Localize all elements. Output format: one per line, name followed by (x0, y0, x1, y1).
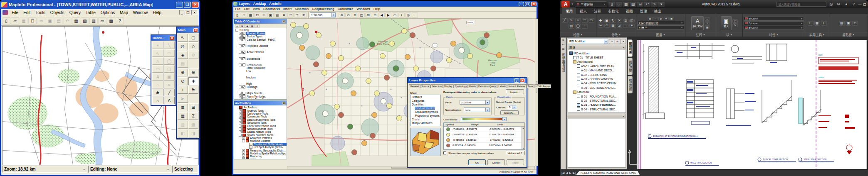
status-dropdown-icon[interactable]: ▲ (83, 168, 85, 171)
sheet-row[interactable]: IRD Addition (568, 51, 626, 55)
toolbox-label[interactable]: Spatial Statistics Tools (247, 134, 274, 137)
tree-expander-icon[interactable] (239, 130, 242, 133)
toolbox-label[interactable]: Hot Spot Analysis (Getis-Ord Gi*) (253, 146, 287, 149)
menu-item[interactable]: Edit (242, 7, 251, 11)
tree-expander-icon[interactable] (239, 95, 242, 98)
clip-region-on-icon[interactable]: ◧ (178, 130, 188, 137)
sheets-section-header[interactable]: 图纸▲ (568, 45, 626, 49)
toolbox-label[interactable]: Geocoding Tools (247, 121, 267, 124)
toolbox-row[interactable]: Rendering (234, 155, 287, 158)
layer-row[interactable]: Low (234, 70, 287, 73)
class-label[interactable]: -0.459263 - 0.825613 (489, 139, 513, 141)
layer-checkbox[interactable] (242, 35, 245, 38)
workspace-combo[interactable]: ⚙三维建模▼ (575, 1, 607, 7)
table-header[interactable]: Symbol (444, 123, 470, 126)
panel-label[interactable]: 绘图▼ (560, 32, 596, 37)
show-list-item[interactable]: Quantities (411, 103, 440, 106)
toolbox-row[interactable]: Cartography Tools (234, 112, 287, 115)
menu-item[interactable]: Window (131, 10, 151, 15)
quickcalc-icon[interactable]: ▦ (814, 21, 820, 26)
menu-item[interactable]: Objects (48, 10, 67, 15)
layer-properties-icon[interactable]: ▤ (648, 17, 653, 20)
layer-label[interactable]: Routing (239, 29, 249, 32)
menu-item[interactable]: Options (98, 10, 117, 15)
show-class-ranges-checkbox[interactable]: Show class ranges using feature values (443, 152, 494, 154)
ribbon-tab[interactable]: 输出 (651, 7, 665, 14)
measure-icon[interactable]: ∟ (412, 12, 418, 18)
os-maximize-icon[interactable]: ▢ (863, 2, 866, 6)
layer-row[interactable] (234, 60, 287, 64)
class-symbol-swatch[interactable] (446, 144, 450, 147)
help-icon[interactable]: ? (514, 78, 519, 83)
new-map-icon[interactable]: ▯ (234, 12, 240, 18)
toolbox-row[interactable]: Utilities (234, 158, 287, 159)
ribbon-tab[interactable]: 视图 (623, 7, 636, 14)
tree-expander-icon[interactable] (239, 57, 242, 60)
toc-options-icon[interactable]: ≡ (255, 24, 260, 28)
scale-combo[interactable]: 1:10,000▼ (310, 12, 336, 17)
menu-item[interactable]: View (251, 7, 262, 11)
statistics-icon[interactable]: Σ (188, 112, 199, 120)
tree-expander-icon[interactable] (235, 29, 238, 32)
class-row[interactable]: 0.825614 - 3.040886 0.825614 - 3.040886 (444, 143, 524, 148)
drag-map-window-icon[interactable]: ☞ (178, 95, 188, 103)
apply-button[interactable]: Apply (507, 159, 524, 165)
clip-region-off-icon[interactable]: ◨ (188, 130, 199, 137)
layer-row[interactable]: Major Streets (234, 92, 287, 95)
table-scrollbar[interactable]: ▲▼ (522, 127, 524, 149)
show-list-item[interactable]: Features (411, 95, 440, 99)
back-extent-icon[interactable]: ◀ (378, 12, 385, 18)
toolbox-row[interactable]: Geocoding Tools (234, 121, 287, 124)
toolbox-row[interactable]: Data Management Tools (234, 118, 287, 121)
select-tool-icon[interactable]: ↖ (178, 34, 188, 42)
select-features-icon[interactable]: ▭ (392, 12, 398, 18)
dialog-tab[interactable]: Source (420, 84, 430, 88)
erase-icon[interactable]: ✕ (617, 19, 622, 23)
status-dropdown-icon[interactable]: ▲ (167, 168, 169, 171)
menu-item[interactable]: File (9, 10, 21, 15)
copy-icon[interactable]: ▣ (267, 12, 274, 18)
new-table-icon[interactable]: ▯ (2, 17, 10, 24)
ok-button[interactable]: OK (468, 159, 486, 165)
close-icon[interactable]: ✕ (520, 78, 525, 83)
maximize-button[interactable]: ❐ (184, 2, 191, 8)
frame-tool-icon[interactable]: ▣ (164, 73, 175, 81)
palette-titlebar[interactable]: ✕ ⊷ ▤ 图纸集管理器 (561, 37, 566, 169)
panel-label[interactable]: 修改▼ (596, 32, 636, 37)
symbol-style-icon[interactable]: ✱ (152, 89, 163, 96)
layout-canvas[interactable]: ELEVATION AT EXISTING FOUNDATION WALL WA… (637, 40, 867, 169)
table-header[interactable]: Range (470, 123, 495, 126)
normalization-combo[interactable]: none▼ (464, 108, 490, 112)
mapinfo-app-icon[interactable] (2, 10, 8, 15)
checkbox-icon[interactable] (443, 152, 446, 154)
insert-block-button[interactable]: ▣插入 (721, 16, 732, 30)
tree-expander-icon[interactable] (239, 134, 242, 137)
table-header[interactable]: Label (495, 123, 521, 126)
arcmap-titlebar[interactable]: Layers - ArcMap - ArcInfo _ ❐ ✕ (232, 1, 538, 7)
new-mapper-icon[interactable]: ▧ (81, 17, 89, 24)
layer-checkbox[interactable] (242, 64, 245, 66)
add-data-icon[interactable]: ✚ (301, 12, 307, 18)
dialog-tab[interactable]: Time (527, 84, 534, 88)
ribbon-tab[interactable]: 常用 (562, 7, 576, 14)
autohide-icon[interactable]: ⊷ (562, 43, 565, 46)
toolbox-label[interactable]: Analyzing Patterns (250, 137, 272, 139)
line-icon[interactable]: ╱ (562, 18, 568, 23)
menu-item[interactable]: Customize (336, 7, 355, 11)
close-icon[interactable]: ✕ (170, 36, 174, 40)
layer-row[interactable] (234, 73, 287, 76)
help-icon[interactable]: ? (850, 1, 857, 7)
tree-expander-icon[interactable] (239, 51, 242, 54)
close-icon[interactable]: ✕ (193, 28, 198, 32)
redo-icon[interactable]: ↷ (651, 1, 658, 7)
ssm-refresh-icon[interactable]: ↻ (609, 39, 614, 44)
status-zoom[interactable]: Zoom: 18.92 km▲ (2, 166, 87, 173)
toolbox-label[interactable]: ArcToolbox (243, 106, 257, 109)
mtext-button[interactable]: A多行文字 (691, 16, 704, 30)
undo-icon[interactable]: ↶ (644, 1, 650, 7)
bylayer-combo[interactable]: ByLayer▼ (744, 26, 804, 30)
print-icon[interactable]: ⊟ (254, 12, 260, 18)
delete-icon[interactable]: ✕ (281, 12, 287, 18)
layer-checkbox[interactable] (242, 51, 245, 54)
copy-icon[interactable]: ▣ (46, 17, 54, 24)
